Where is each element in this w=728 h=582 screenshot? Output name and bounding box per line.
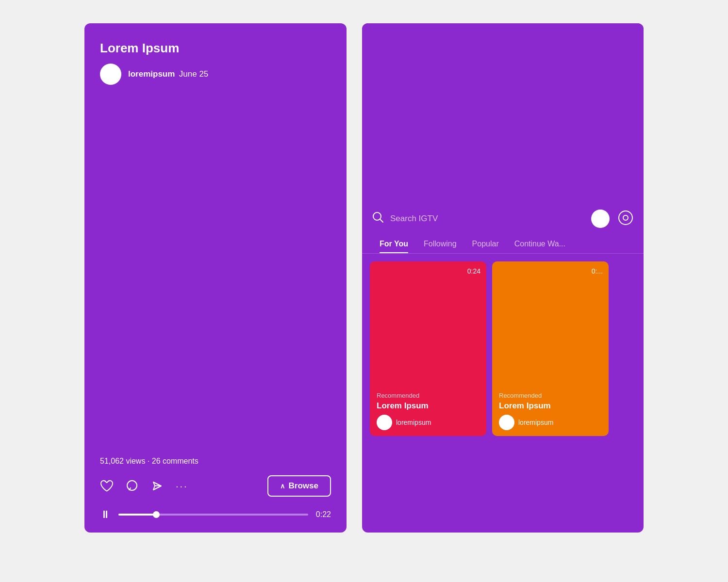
card-bottom-1: Recommended Lorem Ipsum loremipsum xyxy=(370,386,486,436)
time-label: 0:22 xyxy=(316,510,331,519)
videos-grid: 0:24 Recommended Lorem Ipsum loremipsum … xyxy=(362,254,644,436)
tabs-row: For You Following Popular Continue Wa... xyxy=(362,235,644,254)
actions-row: ··· ∧ Browse xyxy=(100,475,331,497)
search-icon xyxy=(372,211,384,226)
svg-point-0 xyxy=(127,481,137,490)
search-input[interactable] xyxy=(390,214,585,224)
right-video-area xyxy=(362,23,644,203)
card-user-row-2: loremipsum xyxy=(499,415,602,430)
comment-button[interactable] xyxy=(125,479,139,493)
card-avatar-2 xyxy=(499,415,514,430)
dots-label: ··· xyxy=(176,481,188,491)
header-icons xyxy=(591,210,634,228)
date-label: June 25 xyxy=(179,69,209,79)
app-container: Lorem Ipsum loremipsum June 25 51,062 vi… xyxy=(0,0,728,582)
card-title-1: Lorem Ipsum xyxy=(377,401,480,411)
settings-icon[interactable] xyxy=(617,210,634,228)
avatar xyxy=(100,64,121,85)
video-card-2[interactable]: 0:... Recommended Lorem Ipsum loremipsum xyxy=(492,261,609,436)
video-area xyxy=(84,93,347,449)
progress-bar[interactable] xyxy=(118,514,308,516)
bottom-area: 51,062 views · 26 comments xyxy=(84,449,347,533)
tab-popular[interactable]: Popular xyxy=(464,235,507,253)
recommended-label-2: Recommended xyxy=(499,392,602,399)
card-avatar-1 xyxy=(377,415,392,430)
chevron-up-icon: ∧ xyxy=(280,482,285,490)
left-header: Lorem Ipsum loremipsum June 25 xyxy=(84,23,347,93)
user-row: loremipsum June 25 xyxy=(100,64,331,85)
video-duration-2: 0:... xyxy=(592,267,603,275)
share-button[interactable] xyxy=(150,479,164,493)
phone-right: For You Following Popular Continue Wa...… xyxy=(362,23,644,533)
video-duration-1: 0:24 xyxy=(467,267,480,275)
card-bottom-2: Recommended Lorem Ipsum loremipsum xyxy=(492,386,609,436)
phone-left: Lorem Ipsum loremipsum June 25 51,062 vi… xyxy=(84,23,347,533)
card-username-1: loremipsum xyxy=(396,419,431,426)
like-button[interactable] xyxy=(100,480,114,492)
tab-continue-watching[interactable]: Continue Wa... xyxy=(507,235,573,253)
more-button[interactable]: ··· xyxy=(176,481,188,492)
card-username-2: loremipsum xyxy=(518,419,553,426)
card-title-2: Lorem Ipsum xyxy=(499,401,602,411)
stats-label: 51,062 views · 26 comments xyxy=(100,457,331,466)
svg-point-2 xyxy=(619,211,632,225)
send-icon xyxy=(150,479,164,493)
card-user-row-1: loremipsum xyxy=(377,415,480,430)
browse-button[interactable]: ∧ Browse xyxy=(267,475,331,497)
action-icons: ··· xyxy=(100,479,267,493)
tab-for-you[interactable]: For You xyxy=(372,235,416,253)
pause-icon[interactable]: ⏸ xyxy=(100,508,111,521)
progress-fill xyxy=(118,514,156,516)
svg-point-3 xyxy=(623,215,628,220)
profile-avatar-icon[interactable] xyxy=(591,210,610,228)
tab-following[interactable]: Following xyxy=(416,235,464,253)
username-label: loremipsum xyxy=(128,69,175,79)
browse-label: Browse xyxy=(289,481,318,491)
video-card-1[interactable]: 0:24 Recommended Lorem Ipsum loremipsum xyxy=(370,261,486,436)
video-title: Lorem Ipsum xyxy=(100,41,331,56)
comment-icon xyxy=(125,479,139,493)
progress-row: ⏸ 0:22 xyxy=(100,508,331,521)
recommended-label-1: Recommended xyxy=(377,392,480,399)
heart-icon xyxy=(100,480,114,492)
progress-thumb xyxy=(153,511,160,518)
search-bar-row xyxy=(362,203,644,235)
